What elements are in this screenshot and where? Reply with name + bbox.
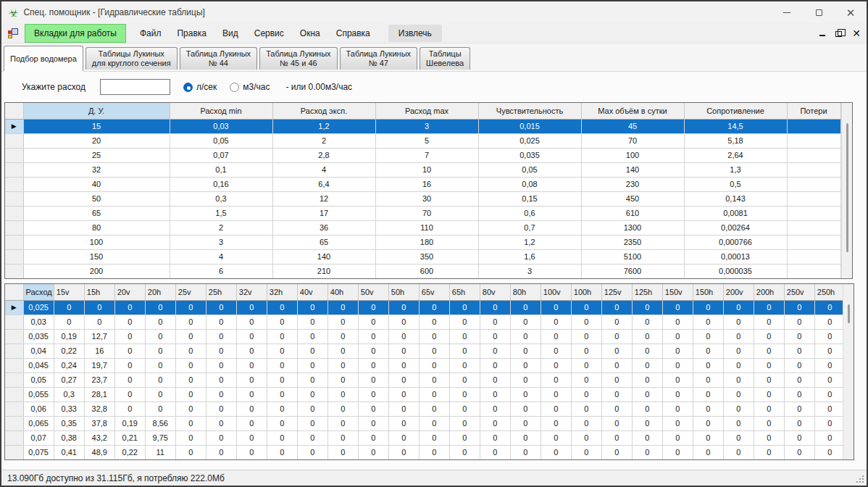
column-header[interactable]: 250v <box>784 284 814 300</box>
cell[interactable]: 0 <box>693 329 723 344</box>
cell[interactable]: 0 <box>84 300 114 315</box>
cell[interactable]: 0 <box>510 372 541 387</box>
cell[interactable]: 0 <box>419 315 449 329</box>
column-header[interactable]: Расход min <box>170 103 272 119</box>
column-header[interactable]: 200h <box>754 284 784 300</box>
cell[interactable]: 0 <box>114 329 145 344</box>
cell[interactable]: 600 <box>375 264 478 278</box>
table-row[interactable]: 0,0450,2419,7000000000000000000000000 <box>5 358 845 372</box>
column-header[interactable]: 50v <box>358 284 388 300</box>
cell[interactable]: 450 <box>581 191 684 206</box>
cell[interactable]: 0 <box>662 344 693 358</box>
cell[interactable]: 0 <box>754 416 784 430</box>
cell[interactable]: 610 <box>581 206 684 220</box>
table1-scroll-thumb[interactable] <box>846 123 848 252</box>
cell[interactable]: 0 <box>632 344 662 358</box>
table-row[interactable]: 400,166,4160,082300,5 <box>5 177 840 191</box>
row-indicator[interactable] <box>5 387 23 401</box>
cell[interactable]: 0 <box>267 387 297 401</box>
column-header[interactable]: 100v <box>541 284 571 300</box>
cell[interactable] <box>787 148 840 162</box>
cell[interactable]: 0 <box>571 344 601 358</box>
cell[interactable]: 0 <box>449 329 480 344</box>
cell[interactable]: 0 <box>297 315 327 329</box>
cell[interactable]: 0 <box>206 358 236 372</box>
cell[interactable]: 0 <box>206 372 236 387</box>
table-row[interactable]: 0,0750,4148,90,2211000000000000000000000… <box>5 445 845 459</box>
cell[interactable]: 0 <box>723 315 754 329</box>
table-row[interactable]: 1003651801,223500,000766 <box>5 235 840 249</box>
cell[interactable]: 0,03 <box>23 315 54 329</box>
cell[interactable]: 0 <box>419 416 449 430</box>
cell[interactable]: 0 <box>327 300 358 315</box>
cell[interactable]: 0 <box>114 300 145 315</box>
cell[interactable]: 0 <box>632 416 662 430</box>
cell[interactable]: 0 <box>723 372 754 387</box>
cell[interactable]: 0 <box>814 315 845 329</box>
cell[interactable]: 0 <box>449 344 480 358</box>
tab[interactable]: ТаблицыШевелева <box>420 47 470 70</box>
cell[interactable]: 2 <box>272 133 375 148</box>
cell[interactable]: 50 <box>23 191 170 206</box>
column-header[interactable]: 40v <box>297 284 327 300</box>
cell[interactable]: 0 <box>358 387 388 401</box>
cell[interactable]: 0 <box>388 315 419 329</box>
cell[interactable]: 0 <box>601 372 632 387</box>
cell[interactable]: 0 <box>541 372 571 387</box>
column-header[interactable]: 150h <box>693 284 723 300</box>
cell[interactable]: 0 <box>480 445 510 459</box>
cell[interactable]: 0 <box>267 344 297 358</box>
cell[interactable]: 0 <box>297 387 327 401</box>
cell[interactable]: 0,05 <box>23 372 54 387</box>
cell[interactable]: 0,035 <box>478 148 581 162</box>
cell[interactable]: 70 <box>375 206 478 220</box>
table1-scrollbar[interactable] <box>841 103 852 278</box>
tab[interactable]: Таблица Лукиных№ 45 и 46 <box>259 47 337 70</box>
cell[interactable]: 0 <box>297 358 327 372</box>
table-row[interactable]: 0,0550,328,1000000000000000000000000 <box>5 387 845 401</box>
cell[interactable]: 0 <box>814 344 845 358</box>
cell[interactable]: 0 <box>632 372 662 387</box>
cell[interactable]: 350 <box>375 249 478 264</box>
cell[interactable]: 100 <box>581 148 684 162</box>
cell[interactable]: 0 <box>236 430 267 445</box>
cell[interactable]: 0,7 <box>478 220 581 235</box>
column-header[interactable]: 32v <box>236 284 267 300</box>
cell[interactable]: 32 <box>23 162 170 177</box>
cell[interactable]: 6,4 <box>272 177 375 191</box>
cell[interactable]: 0,065 <box>23 416 54 430</box>
cell[interactable]: 0 <box>358 300 388 315</box>
cell[interactable]: 0,19 <box>54 329 84 344</box>
table-row[interactable]: 250,072,870,0351002,64 <box>5 148 840 162</box>
cell[interactable]: 0 <box>175 344 206 358</box>
cell[interactable]: 1,3 <box>684 162 787 177</box>
cell[interactable]: 0 <box>114 387 145 401</box>
table-row[interactable]: 651,517700,66100,0081 <box>5 206 840 220</box>
cell[interactable]: 0 <box>601 401 632 416</box>
cell[interactable]: 32,8 <box>84 401 114 416</box>
cell[interactable]: 0 <box>632 430 662 445</box>
cell[interactable]: 0,075 <box>23 445 54 459</box>
cell[interactable]: 0 <box>723 344 754 358</box>
cell[interactable]: 0 <box>175 416 206 430</box>
tab[interactable]: Подбор водомера <box>4 46 83 71</box>
cell[interactable]: 0 <box>297 300 327 315</box>
cell[interactable]: 0,035 <box>23 329 54 344</box>
column-header[interactable]: 125v <box>601 284 632 300</box>
cell[interactable]: 0 <box>297 445 327 459</box>
cell[interactable]: 0 <box>267 315 297 329</box>
menu-item[interactable]: Файл <box>132 25 170 42</box>
cell[interactable]: 0,22 <box>114 445 145 459</box>
cell[interactable]: 0 <box>480 344 510 358</box>
cell[interactable]: 0 <box>632 300 662 315</box>
cell[interactable]: 0,5 <box>684 177 787 191</box>
cell[interactable]: 0 <box>206 416 236 430</box>
cell[interactable]: 0 <box>784 372 814 387</box>
cell[interactable]: 0 <box>480 387 510 401</box>
cell[interactable]: 0 <box>632 387 662 401</box>
cell[interactable]: 0 <box>814 430 845 445</box>
maximize-button[interactable] <box>803 1 835 23</box>
row-indicator[interactable] <box>5 206 23 220</box>
cell[interactable]: 0 <box>236 401 267 416</box>
cell[interactable]: 0 <box>601 329 632 344</box>
